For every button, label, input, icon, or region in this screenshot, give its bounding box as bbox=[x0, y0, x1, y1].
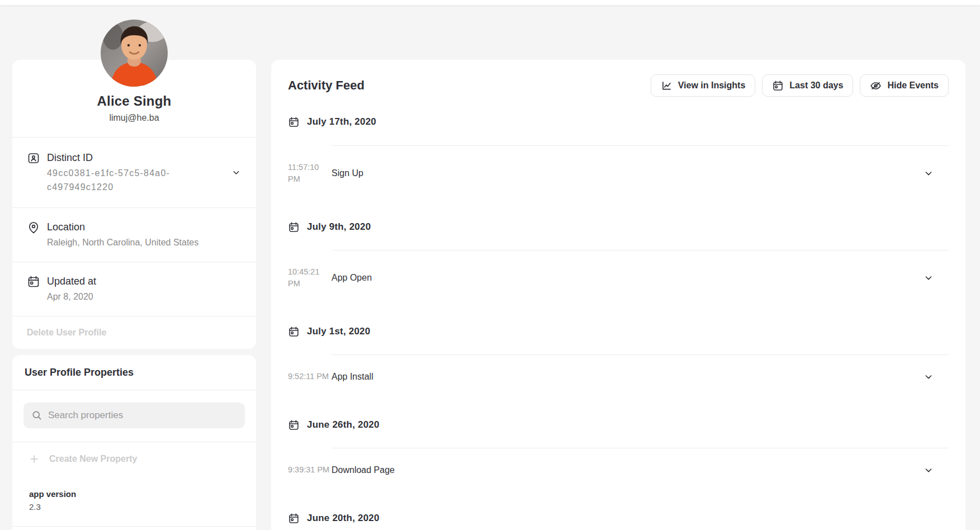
id-card-icon bbox=[27, 152, 40, 194]
feed-date-label: July 1st, 2020 bbox=[307, 325, 370, 338]
feed-body: July 17th, 2020 11:57:10 PM Sign Up bbox=[271, 97, 965, 530]
feed-group: July 1st, 2020 9:52:11 PM App Install bbox=[288, 304, 949, 397]
date-range-label: Last 30 days bbox=[789, 81, 843, 91]
event-row[interactable]: 9:39:31 PM Download Page bbox=[288, 448, 949, 491]
feed-date-heading: July 9th, 2020 bbox=[288, 200, 949, 250]
activity-feed-card: Activity Feed View in Insights bbox=[271, 60, 965, 530]
date-range-button[interactable]: Last 30 days bbox=[762, 74, 853, 97]
event-time: 9:52:11 PM bbox=[288, 354, 332, 397]
search-properties-input[interactable] bbox=[48, 410, 237, 421]
calendar-icon bbox=[288, 116, 300, 128]
event-name: App Open bbox=[332, 272, 372, 284]
view-in-insights-button[interactable]: View in Insights bbox=[651, 74, 756, 97]
properties-search-box[interactable] bbox=[23, 403, 245, 428]
updated-at-section: Updated at Apr 8, 2020 bbox=[12, 262, 256, 316]
feed-date-heading: June 26th, 2020 bbox=[288, 397, 949, 448]
event-name: Download Page bbox=[332, 464, 395, 476]
feed-group: June 26th, 2020 9:39:31 PM Download Page bbox=[288, 397, 949, 491]
distinct-id-section: Distinct ID 49cc0381-e1fc-57c5-84a0- c49… bbox=[12, 138, 256, 208]
location-pin-icon bbox=[27, 221, 40, 249]
user-profile-properties-card: User Profile Properties Create New Prope… bbox=[12, 355, 256, 530]
feed-date-heading: July 17th, 2020 bbox=[288, 97, 949, 145]
create-new-property-button[interactable]: Create New Property bbox=[12, 442, 256, 476]
updated-at-value: Apr 8, 2020 bbox=[47, 290, 242, 304]
location-value: Raleigh, North Carolina, United States bbox=[47, 235, 242, 249]
location-section: Location Raleigh, North Carolina, United… bbox=[12, 208, 256, 262]
create-new-property-label: Create New Property bbox=[49, 453, 137, 465]
calendar-icon bbox=[27, 275, 40, 304]
distinct-id-value-line1: 49cc0381-e1fc-57c5-84a0- bbox=[47, 166, 231, 180]
feed-date-label: June 20th, 2020 bbox=[307, 512, 380, 524]
property-name: app version bbox=[29, 488, 239, 500]
calendar-icon bbox=[288, 513, 300, 524]
hide-events-button[interactable]: Hide Events bbox=[860, 74, 949, 97]
feed-date-label: July 17th, 2020 bbox=[307, 116, 376, 128]
chevron-down-icon[interactable] bbox=[924, 169, 933, 178]
profile-card: Alice Singh limuj@he.ba Distinct ID 49cc… bbox=[12, 60, 256, 349]
calendar-icon bbox=[288, 221, 300, 233]
event-time: 10:45:21 PM bbox=[288, 250, 332, 304]
updated-at-label: Updated at bbox=[47, 275, 242, 288]
event-time: 9:39:31 PM bbox=[288, 448, 332, 491]
event-name: Sign Up bbox=[332, 167, 363, 179]
calendar-icon bbox=[288, 326, 300, 338]
feed-date-label: June 26th, 2020 bbox=[307, 419, 380, 431]
feed-date-label: July 9th, 2020 bbox=[307, 221, 371, 233]
search-icon bbox=[31, 410, 42, 421]
feed-group: July 9th, 2020 10:45:21 PM App Open bbox=[288, 200, 949, 304]
feed-group: June 20th, 2020 bbox=[288, 491, 949, 530]
event-row[interactable]: 9:52:11 PM App Install bbox=[288, 354, 949, 397]
properties-title-row: User Profile Properties bbox=[12, 355, 256, 390]
delete-user-profile-button[interactable]: Delete User Profile bbox=[27, 328, 106, 337]
profile-name: Alice Singh bbox=[23, 93, 245, 109]
event-name: App Install bbox=[332, 371, 373, 383]
chevron-down-icon[interactable] bbox=[924, 273, 933, 282]
feed-date-heading: June 20th, 2020 bbox=[288, 491, 949, 530]
profile-email: limuj@he.ba bbox=[23, 112, 245, 124]
activity-feed-title: Activity Feed bbox=[288, 74, 364, 97]
activity-feed-header: Activity Feed View in Insights bbox=[271, 60, 965, 97]
avatar bbox=[101, 20, 168, 87]
event-time: 11:57:10 PM bbox=[288, 145, 332, 200]
chevron-down-icon[interactable] bbox=[924, 466, 933, 475]
properties-search-section bbox=[12, 390, 256, 442]
plus-icon bbox=[29, 454, 39, 464]
top-nav-edge bbox=[0, 0, 980, 5]
eye-off-icon bbox=[870, 80, 882, 92]
feed-actions: View in Insights Last 30 days bbox=[651, 74, 949, 97]
feed-group: July 17th, 2020 11:57:10 PM Sign Up bbox=[288, 97, 949, 200]
feed-date-heading: July 1st, 2020 bbox=[288, 304, 949, 354]
distinct-id-value-line2: c497949c1220 bbox=[47, 180, 231, 194]
event-row[interactable]: 10:45:21 PM App Open bbox=[288, 250, 949, 304]
chevron-down-icon[interactable] bbox=[924, 372, 933, 381]
property-value: 2.3 bbox=[29, 501, 239, 513]
calendar-icon bbox=[288, 419, 300, 431]
view-in-insights-label: View in Insights bbox=[678, 81, 746, 91]
chevron-down-icon[interactable] bbox=[231, 168, 242, 177]
location-label: Location bbox=[47, 220, 242, 234]
delete-user-profile-row: Delete User Profile bbox=[12, 316, 256, 349]
event-row[interactable]: 11:57:10 PM Sign Up bbox=[288, 145, 949, 200]
calendar-icon bbox=[772, 80, 784, 92]
distinct-id-label: Distinct ID bbox=[47, 151, 231, 164]
property-list-item[interactable]: app version 2.3 bbox=[12, 476, 256, 527]
properties-title: User Profile Properties bbox=[25, 366, 244, 378]
hide-events-label: Hide Events bbox=[887, 81, 939, 91]
line-chart-icon bbox=[661, 80, 673, 92]
